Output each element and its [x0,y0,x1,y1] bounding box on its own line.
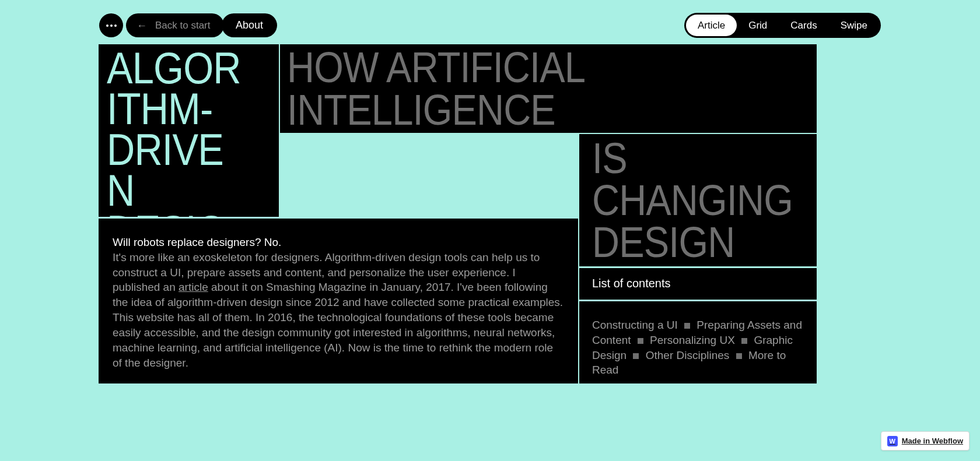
toc-item-constructing-ui[interactable]: Constructing a UI [592,319,678,331]
intro-paragraph: Will robots replace designers? No. It's … [99,219,578,383]
webflow-badge-label: Made in Webflow [902,437,963,445]
ellipsis-icon [106,24,117,27]
about-button[interactable]: About [222,13,277,37]
square-separator-icon [741,338,747,344]
toc-item-other-disciplines[interactable]: Other Disciplines [646,349,730,361]
tab-cards[interactable]: Cards [779,15,828,36]
article-link[interactable]: article [178,281,208,293]
hero-subtitle-2-block: IS CHANGING DESIGN [579,134,817,266]
arrow-left-icon: ← [136,20,147,31]
intro-lead: Will robots replace designers? No. [113,236,281,248]
tab-grid[interactable]: Grid [737,15,779,36]
toc-heading: List of contents [592,277,671,290]
toc-heading-block: List of contents [579,268,817,300]
intro-text-after: about it on Smashing Magazine in January… [113,281,563,368]
back-to-start-label: Back to start [155,20,210,31]
tab-article[interactable]: Article [686,15,737,36]
toc-list: Constructing a UI Preparing Assets and C… [579,301,817,383]
square-separator-icon [638,338,643,344]
about-label: About [236,19,263,31]
hero-title-block: ALGORITHM-DRIVEN DESIGN [99,44,279,217]
square-separator-icon [684,323,690,329]
square-separator-icon [736,353,742,359]
menu-button[interactable] [99,13,123,37]
back-to-start-button[interactable]: ← Back to start [126,13,224,37]
webflow-logo-icon: W [887,436,898,446]
hero-subtitle-1-block: HOW ARTIFICIAL INTELLIGENCE [280,44,817,133]
square-separator-icon [633,353,639,359]
hero-subtitle-1: HOW ARTIFICIAL INTELLIGENCE [287,47,747,131]
made-in-webflow-badge[interactable]: W Made in Webflow [881,431,970,451]
view-switcher: Article Grid Cards Swipe [684,13,881,38]
hero-subtitle-2: IS CHANGING DESIGN [592,138,778,263]
tab-swipe[interactable]: Swipe [829,15,879,36]
toc-item-personalizing-ux[interactable]: Personalizing UX [650,334,735,346]
